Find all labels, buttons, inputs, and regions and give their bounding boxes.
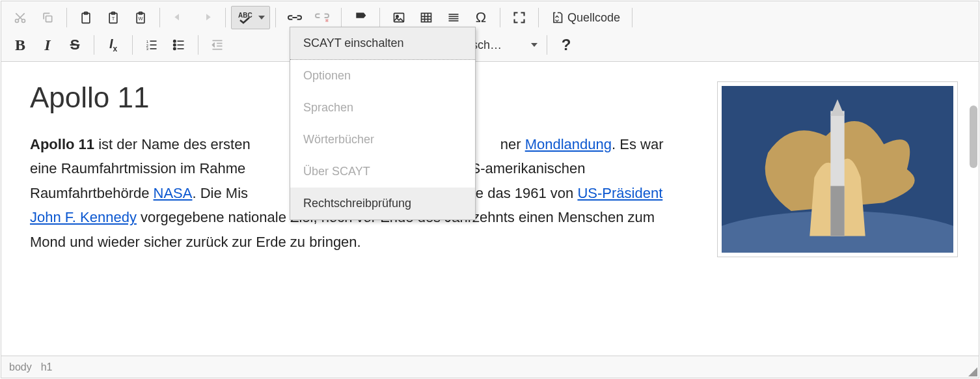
strike-button[interactable]: S bbox=[61, 33, 88, 57]
svg-point-33 bbox=[174, 40, 176, 42]
svg-text:3: 3 bbox=[146, 47, 148, 51]
source-button[interactable]: Quellcode bbox=[544, 6, 627, 29]
redo-button[interactable] bbox=[193, 6, 220, 29]
separator bbox=[538, 8, 539, 27]
bold-icon: B bbox=[15, 36, 25, 54]
paste-word-button[interactable]: W bbox=[127, 6, 154, 29]
caret-icon bbox=[531, 43, 538, 47]
special-char-button[interactable]: Ω bbox=[467, 6, 495, 29]
scrollbar-thumb[interactable] bbox=[970, 105, 977, 168]
separator bbox=[94, 35, 94, 55]
help-button[interactable]: ? bbox=[552, 33, 580, 57]
link-button[interactable] bbox=[281, 6, 308, 29]
separator bbox=[341, 8, 342, 27]
bold-text: Apollo 11 bbox=[30, 136, 94, 152]
path-h1[interactable]: h1 bbox=[41, 361, 53, 373]
content-image[interactable] bbox=[717, 81, 958, 257]
separator bbox=[632, 8, 633, 27]
scayt-dictionaries-item: Wörterbücher bbox=[290, 124, 475, 156]
editor-container: T W ABC Ω Quellcode B I S bbox=[1, 1, 979, 378]
image-button[interactable] bbox=[385, 6, 413, 29]
separator bbox=[159, 8, 160, 27]
scayt-options-item: Optionen bbox=[290, 60, 475, 92]
svg-point-1 bbox=[22, 20, 25, 23]
separator bbox=[225, 8, 226, 27]
svg-point-0 bbox=[16, 20, 19, 23]
resize-grip[interactable] bbox=[968, 367, 977, 376]
bullet-list-button[interactable] bbox=[165, 33, 193, 57]
copy-button[interactable] bbox=[34, 6, 61, 29]
separator bbox=[275, 8, 276, 27]
remove-format-icon: Ix bbox=[109, 36, 117, 53]
path-body[interactable]: body bbox=[9, 361, 32, 373]
link-jfk[interactable]: John F. Kennedy bbox=[30, 209, 137, 225]
italic-button[interactable]: I bbox=[34, 33, 61, 57]
maximize-button[interactable] bbox=[506, 6, 533, 29]
svg-point-35 bbox=[174, 48, 176, 49]
separator bbox=[132, 35, 133, 55]
source-label: Quellcode bbox=[567, 11, 620, 25]
caret-icon bbox=[258, 16, 265, 20]
undo-button[interactable] bbox=[165, 6, 193, 29]
outdent-button[interactable] bbox=[204, 33, 231, 57]
toolbar: T W ABC Ω Quellcode B I S bbox=[1, 1, 979, 62]
separator bbox=[66, 8, 67, 27]
toolbar-row-2: B I S Ix 123 Übersch… ? bbox=[7, 31, 973, 59]
horizontal-rule-button[interactable] bbox=[440, 6, 467, 29]
separator bbox=[500, 8, 500, 27]
separator bbox=[198, 35, 198, 55]
svg-point-17 bbox=[396, 16, 398, 18]
link-uspresident[interactable]: US-Präsident bbox=[577, 185, 662, 201]
toolbar-row-1: T W ABC Ω Quellcode bbox=[7, 4, 973, 31]
svg-text:T: T bbox=[112, 16, 115, 21]
scayt-about-item: Über SCAYT bbox=[290, 156, 475, 188]
content-area[interactable]: Apollo 11 Apollo 11 ist der Name des ers… bbox=[1, 62, 979, 356]
svg-rect-4 bbox=[46, 16, 52, 22]
strike-icon: S bbox=[70, 36, 80, 53]
unlink-button[interactable] bbox=[308, 6, 336, 29]
spellcheck-item[interactable]: Rechtschreibprüfung bbox=[290, 188, 475, 219]
spellcheck-dropdown: SCAYT einschalten Optionen Sprachen Wört… bbox=[290, 27, 476, 220]
paste-text-button[interactable]: T bbox=[100, 6, 127, 29]
remove-format-button[interactable]: Ix bbox=[100, 33, 127, 57]
paste-button[interactable] bbox=[72, 6, 100, 29]
table-button[interactable] bbox=[413, 6, 440, 29]
scayt-languages-item: Sprachen bbox=[290, 92, 475, 124]
svg-text:W: W bbox=[138, 16, 143, 21]
link-nasa[interactable]: NASA bbox=[154, 185, 193, 201]
link-mondlandung[interactable]: Mondlandung bbox=[525, 136, 612, 152]
numbered-list-button[interactable]: 123 bbox=[138, 33, 165, 57]
cut-button[interactable] bbox=[7, 6, 34, 29]
svg-rect-47 bbox=[830, 186, 844, 236]
scayt-enable-item[interactable]: SCAYT einschalten bbox=[290, 27, 475, 59]
anchor-button[interactable] bbox=[347, 6, 374, 29]
svg-text:ABC: ABC bbox=[238, 12, 252, 19]
spellcheck-dropdown-button[interactable]: ABC bbox=[231, 6, 270, 29]
italic-icon: I bbox=[44, 36, 50, 54]
svg-point-34 bbox=[174, 44, 176, 46]
bold-button[interactable]: B bbox=[7, 33, 34, 57]
svg-rect-18 bbox=[422, 13, 431, 21]
help-icon: ? bbox=[562, 36, 571, 54]
status-bar: body h1 bbox=[1, 356, 979, 378]
separator bbox=[547, 35, 547, 55]
separator bbox=[379, 8, 380, 27]
